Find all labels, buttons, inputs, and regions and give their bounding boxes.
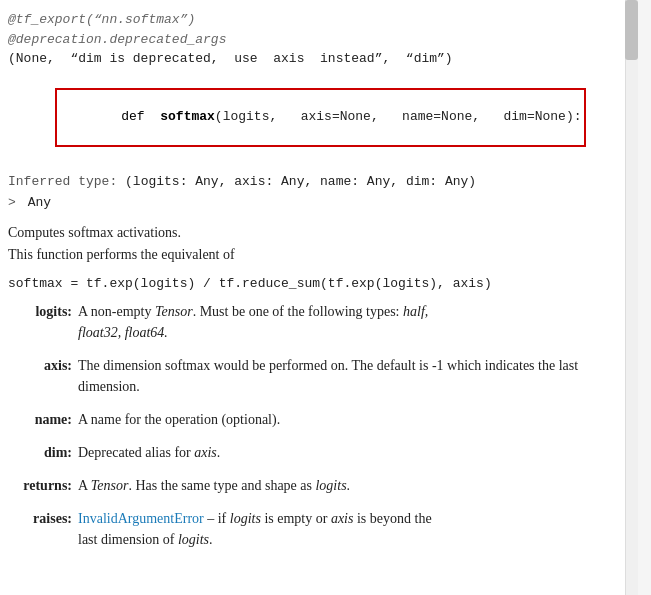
logits-types2-italic: float32, float64. — [78, 325, 168, 340]
logits-types-italic: half, — [403, 304, 428, 319]
param-row-name: name: A name for the operation (optional… — [8, 409, 626, 430]
desc-line2: This function performs the equivalent of — [8, 244, 626, 266]
decorator3-line: (None, “dim is deprecated, use axis inst… — [8, 49, 626, 69]
param-row-dim: dim: Deprecated alias for axis. — [8, 442, 626, 463]
code-block: @tf_export(“nn.softmax”) @deprecation.de… — [8, 10, 626, 168]
param-row-raises: raises: InvalidArgumentError – if logits… — [8, 508, 626, 550]
raises-axis-italic: axis — [331, 511, 354, 526]
raises-logits2-italic: logits — [178, 532, 209, 547]
param-name-dim: dim: — [8, 442, 78, 463]
dim-axis-italic: axis — [194, 445, 217, 460]
param-name-returns: returns: — [8, 475, 78, 496]
def-line: def softmax(logits, axis=None, name=None… — [8, 69, 626, 169]
main-container: @tf_export(“nn.softmax”) @deprecation.de… — [0, 0, 638, 595]
param-desc-raises: InvalidArgumentError – if logits is empt… — [78, 508, 626, 550]
chevron-icon: > — [8, 195, 16, 210]
decorator1-line: @tf_export(“nn.softmax”) — [8, 10, 626, 30]
fn-params: (logits, axis=None, name=None, dim=None)… — [215, 109, 582, 124]
param-name-name: name: — [8, 409, 78, 430]
returns-logits-italic: logits — [315, 478, 346, 493]
def-keyword: def — [121, 109, 144, 124]
param-desc-logits: A non-empty Tensor. Must be one of the f… — [78, 301, 626, 343]
desc-line1: Computes softmax activations. — [8, 222, 626, 244]
param-desc-name: A name for the operation (optional). — [78, 409, 626, 430]
param-name-axis: axis: — [8, 355, 78, 376]
param-name-logits: logits: — [8, 301, 78, 322]
invalid-argument-error-link[interactable]: InvalidArgumentError — [78, 511, 204, 526]
scrollbar-thumb[interactable] — [625, 0, 638, 60]
inferred-label: Inferred type: — [8, 174, 117, 189]
param-row-returns: returns: A Tensor. Has the same type and… — [8, 475, 626, 496]
params-table: logits: A non-empty Tensor. Must be one … — [8, 301, 626, 550]
param-desc-axis: The dimension softmax would be performed… — [78, 355, 626, 397]
param-desc-dim: Deprecated alias for axis. — [78, 442, 626, 463]
inferred-return-type: Any — [28, 195, 51, 210]
logits-tensor-italic: Tensor — [155, 304, 193, 319]
param-name-raises: raises: — [8, 508, 78, 529]
def-highlighted: def softmax(logits, axis=None, name=None… — [55, 88, 586, 147]
inferred-type-sig: (logits: Any, axis: Any, name: Any, dim:… — [125, 174, 476, 189]
decorator2-line: @deprecation.deprecated_args — [8, 30, 626, 50]
param-desc-returns: A Tensor. Has the same type and shape as… — [78, 475, 626, 496]
fn-name: softmax — [160, 109, 215, 124]
inferred-block: Inferred type: (logits: Any, axis: Any, … — [8, 172, 626, 214]
raises-logits-italic: logits — [230, 511, 261, 526]
formula-block: softmax = tf.exp(logits) / tf.reduce_sum… — [8, 276, 626, 291]
returns-tensor-italic: Tensor — [91, 478, 129, 493]
scrollbar[interactable] — [625, 0, 638, 595]
description-block: Computes softmax activations. This funct… — [8, 222, 626, 267]
param-row-axis: axis: The dimension softmax would be per… — [8, 355, 626, 397]
param-row-logits: logits: A non-empty Tensor. Must be one … — [8, 301, 626, 343]
